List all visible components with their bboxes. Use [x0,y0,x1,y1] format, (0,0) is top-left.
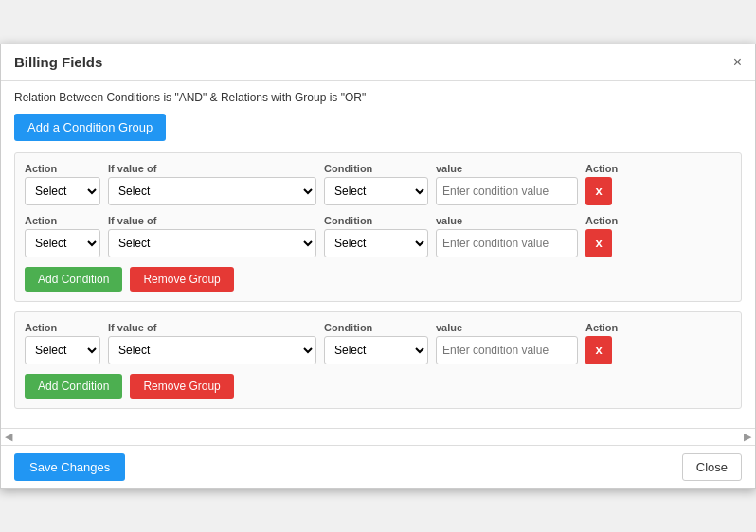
condition-label: Condition [324,215,428,226]
action-label: Action [25,215,100,226]
scroll-hint-bar: ◀ ▶ [1,428,755,445]
close-button[interactable]: Close [682,453,742,481]
action-select[interactable]: Select [25,229,100,257]
condition-row: Action Select If value of Select Conditi… [25,215,731,257]
modal-close-x-button[interactable]: × [733,54,742,71]
group-actions: Add Condition Remove Group [25,374,731,399]
remove-group-button[interactable]: Remove Group [130,374,233,399]
info-text: Relation Between Conditions is "AND" & R… [14,91,742,104]
remove-group-button[interactable]: Remove Group [130,267,233,292]
action-label: Action [25,163,100,174]
remove-condition-button[interactable]: x [585,177,612,205]
value-field-group: value [436,322,578,364]
if-value-label: If value of [108,215,316,226]
action-col-label: Action [585,322,618,333]
condition-label: Condition [324,163,428,174]
action-col-label: Action [585,215,618,226]
if-value-field-group: If value of Select [108,163,316,205]
add-condition-button[interactable]: Add Condition [25,374,122,399]
action-select[interactable]: Select [25,336,100,364]
value-input[interactable] [436,229,578,257]
group-actions: Add Condition Remove Group [25,267,731,292]
value-field-group: value [436,163,578,205]
action-field-group: Action Select [25,322,100,364]
action-col-field-group: Action x [585,215,618,257]
condition-select[interactable]: Select [324,336,428,364]
value-label: value [436,163,578,174]
scroll-left-arrow: ◀ [5,431,12,443]
condition-select[interactable]: Select [324,177,428,205]
add-condition-button[interactable]: Add Condition [25,267,122,292]
if-value-field-group: If value of Select [108,322,316,364]
action-col-label: Action [585,163,618,174]
value-label: value [436,322,578,333]
condition-field-group: Condition Select [324,322,428,364]
condition-label: Condition [324,322,428,333]
modal-body: Relation Between Conditions is "AND" & R… [1,81,755,428]
action-col-field-group: Action x [585,163,618,205]
condition-field-group: Condition Select [324,163,428,205]
remove-condition-button[interactable]: x [585,336,612,364]
value-input[interactable] [436,336,578,364]
billing-fields-modal: Billing Fields × Relation Between Condit… [0,44,756,489]
value-input[interactable] [436,177,578,205]
value-label: value [436,215,578,226]
action-field-group: Action Select [25,215,100,257]
save-changes-button[interactable]: Save Changes [14,453,125,481]
condition-select[interactable]: Select [324,229,428,257]
value-field-group: value [436,215,578,257]
if-value-select[interactable]: Select [108,336,316,364]
condition-group: Action Select If value of Select Conditi… [14,152,742,302]
if-value-select[interactable]: Select [108,177,316,205]
if-value-label: If value of [108,163,316,174]
if-value-select[interactable]: Select [108,229,316,257]
action-col-field-group: Action x [585,322,618,364]
action-field-group: Action Select [25,163,100,205]
if-value-field-group: If value of Select [108,215,316,257]
action-select[interactable]: Select [25,177,100,205]
condition-row: Action Select If value of Select Conditi… [25,163,731,205]
remove-condition-button[interactable]: x [585,229,612,257]
modal-title: Billing Fields [14,54,102,70]
condition-row: Action Select If value of Select Conditi… [25,322,731,364]
condition-field-group: Condition Select [324,215,428,257]
action-label: Action [25,322,100,333]
add-condition-group-button[interactable]: Add a Condition Group [14,114,166,141]
scroll-right-arrow: ▶ [744,431,751,443]
modal-footer: Save Changes Close [1,445,755,488]
modal-header: Billing Fields × [1,44,755,81]
condition-group: Action Select If value of Select Conditi… [14,311,742,409]
if-value-label: If value of [108,322,316,333]
